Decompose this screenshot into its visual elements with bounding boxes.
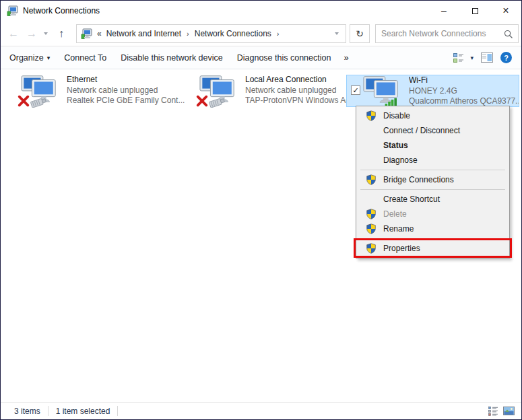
organize-label: Organize [9,53,44,63]
help-button[interactable]: ? [500,52,512,63]
refresh-button[interactable]: ↻ [350,24,370,43]
menu-item-diagnose[interactable]: Diagnose [356,153,509,168]
diagnose-connection-label: Diagnose this connection [237,53,331,63]
chevron-down-icon [44,32,48,35]
menu-item-status[interactable]: Status [356,138,509,153]
items-count: 3 items [14,407,40,416]
network-adapter-icon [21,75,60,106]
uac-shield-icon [366,223,377,234]
search-box [375,24,519,43]
refresh-icon: ↻ [356,28,364,39]
close-button[interactable]: × [490,1,521,21]
menu-item-properties[interactable]: Properties [356,241,509,256]
uac-shield-icon [366,174,377,185]
disable-device-label: Disable this network device [121,53,222,63]
icon-spacer [366,125,377,136]
uac-shield-icon [366,110,377,121]
statusbar-view-toggles [488,407,515,416]
search-input[interactable] [381,29,504,38]
toolbar-overflow-button[interactable]: » [344,53,348,63]
menu-separator [360,170,505,170]
overflow-chevron-icon: » [344,53,348,63]
disconnected-x-icon [18,95,30,107]
breadcrumb-separator-icon[interactable]: › [181,30,195,38]
adapter-name: Ethernet [67,75,185,85]
minimize-icon: – [441,5,447,16]
selection-checkbox[interactable]: ✓ [351,85,360,95]
connect-to-label: Connect To [64,53,106,63]
menu-item-rename[interactable]: Rename [356,221,509,236]
adapter-text: Wi-Fi HONEY 2.4G Qualcomm Atheros QCA937… [409,75,519,107]
app-icon [7,5,18,16]
address-bar[interactable]: « Network and Internet › Network Connect… [76,24,346,43]
recent-locations-button[interactable] [40,21,51,46]
adapter-status: HONEY 2.4G [409,86,519,97]
address-dropdown-button[interactable] [328,32,346,35]
disable-device-button[interactable]: Disable this network device [121,53,222,63]
menu-separator [360,189,505,190]
adapter-name: Local Area Connection [245,75,357,85]
details-view-button[interactable] [488,407,498,416]
help-icon: ? [504,54,509,62]
icon-spacer [366,140,377,151]
adapter-tile-ethernet[interactable]: Ethernet Network cable unplugged Realtek… [21,75,193,107]
maximize-button[interactable] [459,1,490,21]
statusbar-divider [117,406,118,416]
adapter-tile-local-area-connection[interactable]: Local Area Connection Network cable unpl… [199,75,371,107]
search-icon[interactable] [504,30,513,38]
change-view-button[interactable]: ▾ [453,53,474,63]
maximize-icon [472,8,478,14]
selection-count: 1 item selected [56,407,110,416]
adapter-status: Network cable unplugged [245,85,357,96]
titlebar: Network Connections – × [1,1,521,21]
diagnose-connection-button[interactable]: Diagnose this connection [237,53,331,63]
menu-item-label: Diagnose [383,155,418,165]
organize-button[interactable]: Organize ▾ [9,53,50,63]
uac-shield-icon [366,209,377,219]
menu-item-label: Create Shortcut [383,195,440,204]
ethernet-plug-icon [30,97,47,108]
menu-item-connect-disconnect[interactable]: Connect / Disconnect [356,123,509,138]
chevron-down-icon: ▾ [47,55,51,61]
navigation-bar: ← → ↑ « Network and Internet › Network C… [1,21,521,46]
status-bar: 3 items 1 item selected [1,402,521,419]
breadcrumb-separator-icon[interactable]: › [271,30,285,38]
up-icon: ↑ [59,28,64,40]
adapter-text: Ethernet Network cable unplugged Realtek… [67,75,185,106]
disconnected-x-icon [196,95,208,107]
minimize-button[interactable]: – [428,1,459,21]
breadcrumb-collapse-icon[interactable]: « [97,29,102,38]
menu-item-label: Status [383,141,408,150]
menu-item-create-shortcut[interactable]: Create Shortcut [356,192,509,207]
forward-icon: → [26,28,37,40]
adapter-status: Network cable unplugged [67,85,185,96]
check-icon: ✓ [352,87,358,94]
adapter-device: Realtek PCIe GbE Family Cont... [67,96,185,106]
menu-item-label: Bridge Connections [383,175,454,184]
back-button[interactable]: ← [5,21,22,46]
menu-item-label: Rename [383,224,414,234]
adapter-text: Local Area Connection Network cable unpl… [245,75,357,106]
menu-item-label: Disable [383,111,410,120]
command-toolbar: Organize ▾ Connect To Disable this netwo… [1,46,521,69]
adapter-name: Wi-Fi [409,75,519,86]
window-controls: – × [428,1,521,21]
wifi-adapter-icon [363,76,402,107]
connect-to-button[interactable]: Connect To [64,53,106,63]
menu-item-disable[interactable]: Disable [356,108,509,123]
breadcrumb-network-connections[interactable]: Network Connections [195,29,271,38]
menu-item-label: Properties [383,244,420,253]
large-icons-view-button[interactable] [503,407,515,415]
statusbar-divider [48,406,48,416]
preview-pane-icon[interactable] [481,53,493,63]
forward-button[interactable]: → [23,21,40,46]
icon-spacer [366,155,377,166]
menu-item-bridge-connections[interactable]: Bridge Connections [356,172,509,187]
ethernet-plug-icon [208,97,226,108]
up-button[interactable]: ↑ [53,21,70,46]
adapter-tile-wifi[interactable]: ✓ Wi-Fi HONEY 2.4G Qualcomm Atheros QCA9… [346,75,519,107]
breadcrumb-network-and-internet[interactable]: Network and Internet [106,29,181,38]
menu-separator [360,238,505,239]
menu-item-label: Connect / Disconnect [383,126,460,135]
window-title: Network Connections [23,6,100,15]
